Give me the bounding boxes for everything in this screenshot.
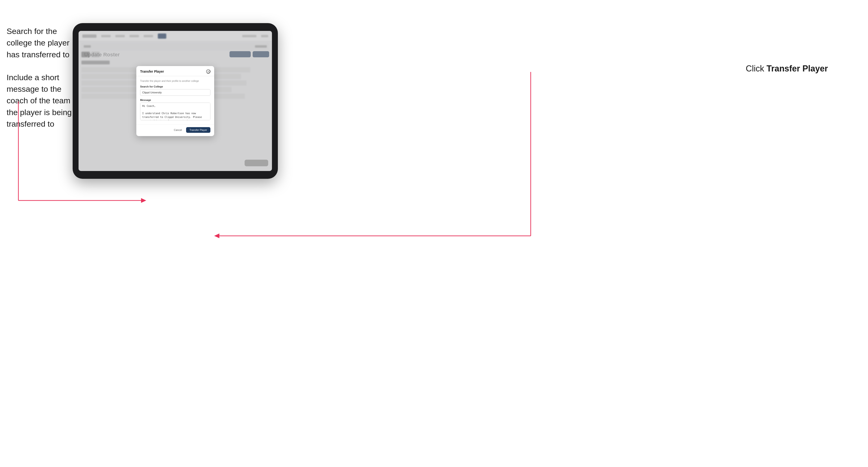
svg-marker-7	[214, 234, 219, 238]
annotation-block1: Search for the college the player has tr…	[7, 26, 73, 60]
modal-close-button[interactable]: ×	[206, 69, 210, 73]
message-textarea[interactable]: Hi Coach, I understand Chris Robertson h…	[140, 102, 210, 120]
annotation-block2: Include a short message to the coach of …	[7, 72, 73, 130]
svg-marker-3	[141, 198, 146, 203]
transfer-player-button[interactable]: Transfer Player	[186, 127, 210, 133]
tablet-screen: Update Roster Transfer Player × Transfer…	[79, 31, 272, 171]
annotation-right: Click Transfer Player	[746, 64, 828, 73]
modal-overlay: Transfer Player × Transfer the player an…	[79, 31, 272, 171]
annotation-left: Search for the college the player has tr…	[7, 26, 73, 130]
modal-body: Transfer the player and their profile to…	[136, 76, 214, 125]
modal-description: Transfer the player and their profile to…	[140, 80, 210, 82]
modal-footer: Cancel Transfer Player	[136, 125, 214, 136]
message-label: Message	[140, 99, 210, 101]
modal-header: Transfer Player ×	[136, 66, 214, 76]
cancel-button[interactable]: Cancel	[172, 128, 184, 132]
tablet-frame: Update Roster Transfer Player × Transfer…	[73, 23, 278, 179]
search-college-label: Search for College	[140, 85, 210, 88]
modal-title: Transfer Player	[140, 69, 164, 73]
search-college-input[interactable]	[140, 89, 210, 96]
transfer-player-modal: Transfer Player × Transfer the player an…	[136, 66, 214, 136]
